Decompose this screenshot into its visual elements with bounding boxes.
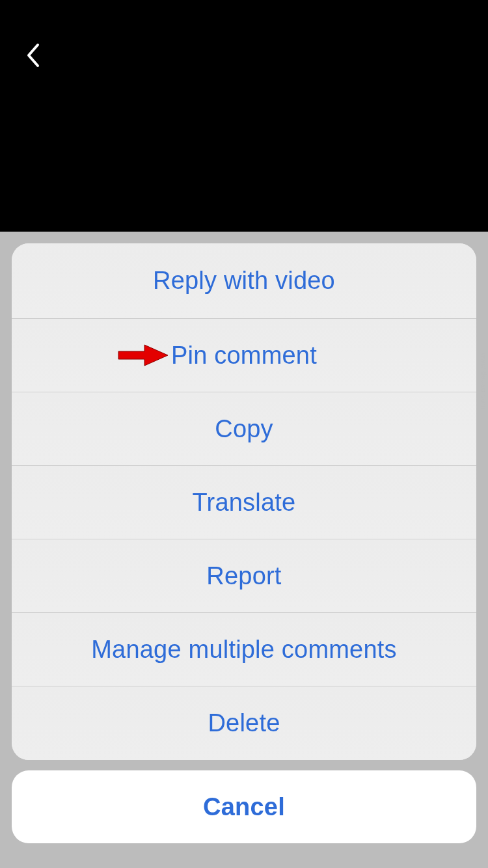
reply-with-video-option[interactable]: Reply with video [12,243,476,319]
video-background [0,0,488,232]
cancel-button[interactable]: Cancel [12,770,476,843]
pin-comment-option[interactable]: Pin comment [12,319,476,392]
annotation-arrow [117,342,169,368]
translate-option[interactable]: Translate [12,466,476,539]
delete-option[interactable]: Delete [12,686,476,760]
manage-multiple-comments-option[interactable]: Manage multiple comments [12,613,476,686]
back-button[interactable] [20,39,46,72]
option-label: Report [206,562,281,590]
report-option[interactable]: Report [12,539,476,613]
option-label: Copy [215,415,273,443]
action-sheet-container: Reply with video Pin comment Copy Transl… [0,232,488,855]
action-sheet: Reply with video Pin comment Copy Transl… [12,243,476,760]
cancel-label: Cancel [203,793,285,821]
option-label: Manage multiple comments [91,636,396,664]
watermark-text: www.deuaq.com [480,353,488,409]
option-label: Pin comment [171,342,317,370]
option-label: Reply with video [153,267,335,295]
chevron-left-icon [25,42,40,68]
copy-option[interactable]: Copy [12,392,476,466]
arrow-right-icon [117,342,169,368]
option-label: Translate [193,489,296,517]
option-label: Delete [208,709,280,737]
